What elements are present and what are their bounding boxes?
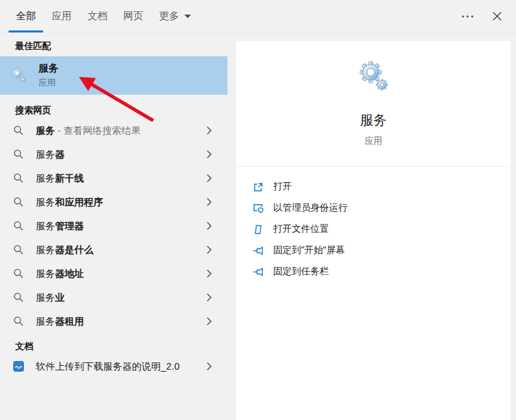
app-subtitle: 应用 [365,135,383,147]
file-location-icon [253,224,264,235]
window-controls [456,5,516,28]
search-suggestion-row[interactable]: 服务 - 查看网络搜索结果 [0,119,227,142]
preview-panel: 服务 应用 打开 以管理员身份运行 [236,41,511,420]
gears-icon [9,66,28,85]
action-open-file-location[interactable]: 打开文件位置 [236,219,511,240]
run-as-admin-shield-icon [253,203,264,214]
search-icon [13,173,24,184]
search-icon [13,268,24,279]
search-icon [13,221,24,231]
suggestion-query: 服务 [36,221,55,231]
suggestion-rest: 和应用程序 [55,197,103,207]
search-icon [13,292,24,303]
action-label: 打开文件位置 [273,223,329,235]
search-results-panel: 最佳匹配 服务 应用 搜索网页 服务 - 查看网络搜索结果 服务器 服务新干线 [0,33,227,420]
tab-more-label: 更多 [159,10,179,23]
action-pin-to-taskbar[interactable]: 固定到任务栏 [236,261,511,282]
chevron-right-icon [206,293,212,302]
search-icon [13,197,24,207]
action-pin-to-start[interactable]: 固定到"开始"屏幕 [236,240,511,261]
suggestion-rest: 管理器 [55,221,84,231]
pin-icon [253,266,264,278]
chevron-right-icon [206,150,212,159]
suggestion-rest: 新干线 [55,173,84,184]
suggestion-query: 服务 [36,268,55,279]
pin-icon [253,245,264,256]
search-suggestion-row[interactable]: 服务新干线 [0,166,227,190]
suggestion-rest: 器 [55,149,65,160]
tab-web-label: 网页 [123,10,143,23]
action-label: 以管理员身份运行 [273,202,348,214]
suggestion-query: 服务 [36,292,55,303]
search-suggestion-row[interactable]: 服务和应用程序 [0,190,227,214]
search-icon [13,316,24,327]
document-row[interactable]: 软件上传到下载服务器的说明_2.0 [0,354,227,378]
more-options-icon[interactable] [456,5,479,28]
chevron-right-icon [206,317,212,326]
best-match-title: 服务 [38,62,58,75]
suggestion-rest: 器租用 [55,316,84,327]
chevron-right-icon [206,362,212,371]
suggestion-rest: 业 [55,292,65,303]
filter-tabs: 全部 应用 文档 网页 更多 [8,0,199,32]
chevron-right-icon [206,221,212,231]
chevron-right-icon [206,197,212,207]
app-actions: 打开 以管理员身份运行 打开文件位置 [236,167,511,282]
best-match-item[interactable]: 服务 应用 [0,56,227,95]
suggestion-query: 服务 [36,244,55,255]
open-icon [253,182,264,193]
search-web-header: 搜索网页 [0,103,227,119]
action-label: 打开 [273,181,292,193]
search-filter-toolbar: 全部 应用 文档 网页 更多 [0,0,516,33]
suggestion-rest: - 查看网络搜索结果 [55,125,141,136]
search-suggestion-row[interactable]: 服务业 [0,286,227,309]
chevron-right-icon [206,245,212,254]
search-suggestion-row[interactable]: 服务器是什么 [0,238,227,262]
tab-all-label: 全部 [16,10,36,23]
tab-web[interactable]: 网页 [116,0,151,32]
suggestion-rest: 器是什么 [55,244,94,255]
tab-all[interactable]: 全部 [9,0,43,32]
search-suggestion-row[interactable]: 服务器租用 [0,309,227,333]
word-document-icon [13,361,24,372]
best-match-header: 最佳匹配 [0,36,227,56]
search-icon [13,125,24,136]
search-suggestion-row[interactable]: 服务器 [0,142,227,166]
suggestion-query: 服务 [36,197,55,207]
app-title: 服务 [360,111,387,129]
chevron-right-icon [206,269,212,278]
tab-apps[interactable]: 应用 [44,0,79,32]
search-icon [13,149,24,160]
best-match-subtitle: 应用 [38,77,58,89]
tab-apps-label: 应用 [52,10,72,23]
search-icon [13,244,24,255]
suggestion-rest: 器地址 [55,268,84,279]
suggestion-query: 服务 [36,125,55,136]
chevron-down-icon [184,15,191,19]
chevron-right-icon [206,174,212,183]
action-label: 固定到"开始"屏幕 [273,244,345,256]
close-icon[interactable] [485,5,508,28]
search-suggestion-row[interactable]: 服务管理器 [0,214,227,238]
document-title: 软件上传到下载服务器的说明_2.0 [36,360,180,373]
action-label: 固定到任务栏 [273,266,329,278]
suggestion-query: 服务 [36,316,55,327]
action-run-as-admin[interactable]: 以管理员身份运行 [236,197,511,219]
search-suggestion-row[interactable]: 服务器地址 [0,262,227,286]
documents-header: 文档 [0,339,227,354]
tab-documents[interactable]: 文档 [80,0,115,32]
suggestion-query: 服务 [36,173,55,184]
action-open[interactable]: 打开 [236,176,511,197]
suggestion-query: 服务 [36,149,55,160]
gears-icon [355,58,392,95]
tab-documents-label: 文档 [88,10,107,23]
tab-more[interactable]: 更多 [152,0,198,32]
chevron-right-icon [206,126,212,135]
app-preview: 服务 应用 [236,41,511,147]
